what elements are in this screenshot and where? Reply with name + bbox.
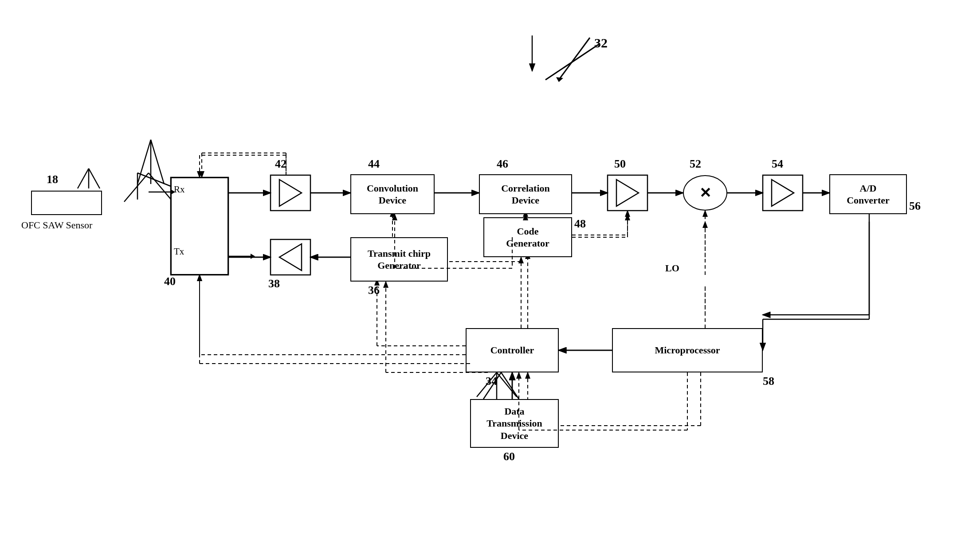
code-generator-block: CodeGenerator — [483, 217, 572, 257]
ref-36: 36 — [368, 284, 380, 297]
ref-56: 56 — [909, 200, 921, 213]
ofc-saw-sensor-box — [31, 191, 102, 215]
ref-18: 18 — [47, 173, 58, 186]
lo-label: LO — [665, 262, 679, 274]
amp4-svg — [271, 239, 310, 275]
mixer-block: ✕ — [683, 175, 727, 211]
connections-svg — [0, 0, 965, 560]
ref-48: 48 — [574, 217, 586, 231]
controller-label: Controller — [490, 344, 534, 356]
ref-60: 60 — [503, 450, 515, 463]
ref-38: 38 — [268, 277, 280, 290]
svg-line-52 — [137, 140, 151, 184]
svg-marker-51 — [251, 254, 255, 259]
ref32-arrow-svg — [532, 31, 621, 93]
ref-42: 42 — [275, 157, 286, 171]
correlation-device-block: CorrelationDevice — [479, 174, 572, 214]
svg-rect-57 — [608, 175, 647, 211]
amp1-svg — [271, 175, 310, 211]
block-diagram: OFC SAW Sensor 18 Rx Tx 40 42 Convolutio… — [0, 0, 965, 560]
ref-58: 58 — [763, 375, 774, 388]
ref-52: 52 — [690, 157, 701, 171]
ofc-saw-sensor-label: OFC SAW Sensor — [21, 219, 92, 231]
svg-rect-61 — [271, 239, 310, 275]
ref-44: 44 — [368, 157, 380, 171]
convolution-device-block: ConvolutionDevice — [350, 174, 435, 214]
rx-antenna-svg — [124, 131, 177, 188]
correlation-device-label: CorrelationDevice — [501, 182, 550, 207]
ad-converter-label: A/DConverter — [847, 182, 890, 207]
ref-50: 50 — [614, 157, 626, 171]
svg-marker-64 — [556, 77, 563, 82]
ref-34: 34 — [486, 375, 497, 388]
svg-line-63 — [559, 38, 590, 80]
data-transmission-block: DataTransmissionDevice — [470, 399, 559, 448]
tx-label: Tx — [174, 246, 184, 257]
ref-46: 46 — [497, 157, 508, 171]
ofc-antenna-svg — [71, 164, 106, 193]
svg-marker-49 — [171, 189, 175, 195]
amp3-svg — [763, 175, 803, 211]
microprocessor-block: Microprocessor — [612, 328, 763, 372]
ad-converter-block: A/DConverter — [829, 174, 907, 214]
convolution-device-label: ConvolutionDevice — [367, 182, 418, 207]
svg-rect-59 — [763, 175, 803, 211]
svg-line-41 — [501, 372, 519, 399]
microprocessor-label: Microprocessor — [655, 344, 720, 356]
svg-line-45 — [78, 168, 89, 188]
amp2-svg — [608, 175, 647, 211]
svg-rect-55 — [271, 175, 310, 211]
tx-arrow-out — [228, 250, 255, 263]
svg-line-46 — [89, 168, 100, 188]
transmit-chirp-gen-label: Transmit chirpGenerator — [368, 247, 431, 272]
code-generator-label: CodeGenerator — [506, 225, 549, 250]
mixer-x-symbol: ✕ — [699, 184, 711, 201]
ref-54: 54 — [772, 157, 783, 171]
ref-40: 40 — [164, 275, 176, 288]
controller-block: Controller — [466, 328, 559, 372]
svg-line-53 — [151, 140, 164, 184]
data-transmission-label: DataTransmissionDevice — [486, 405, 542, 442]
transmit-chirp-gen-block: Transmit chirpGenerator — [350, 237, 448, 282]
